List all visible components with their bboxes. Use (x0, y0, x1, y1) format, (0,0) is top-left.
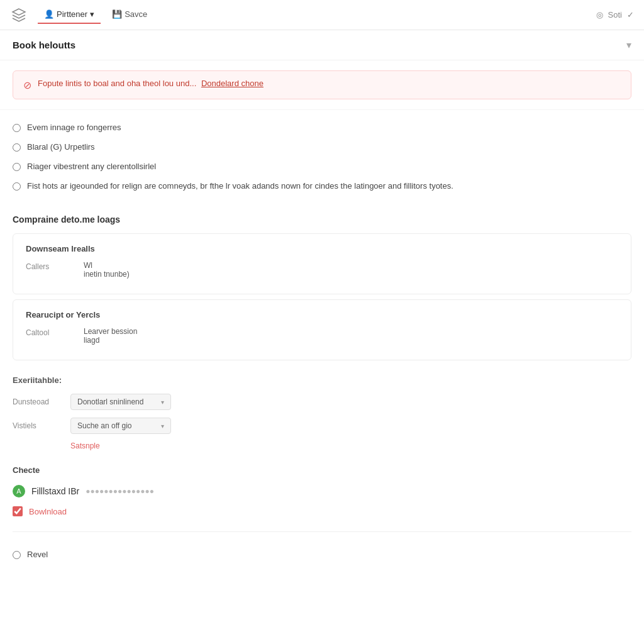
radio-label-2: Blaral (G) Urpetlirs (27, 142, 95, 152)
chevron-down-icon: ▾ (90, 9, 94, 19)
alert-icon: ⊘ (23, 79, 31, 91)
radio-item-2[interactable]: Blaral (G) Urpetlirs (13, 137, 631, 157)
select-value-2: Suche an off gio (77, 421, 132, 430)
revel-radio-label: Revel (27, 550, 48, 559)
field-label-2: Caltool (26, 327, 76, 337)
select-row-2: Vistiels Suche an off gio ▾ (0, 414, 644, 438)
radio-item-1[interactable]: Evem innage ro fongerres (13, 118, 631, 137)
field-row-2: Caltool Learver bessionliagd (26, 327, 618, 345)
select-value-1: Donotlarl sninlinend (77, 397, 143, 406)
topbar: 👤 Pirttener ▾ 💾 Savce ◎ Soti ✓ (0, 0, 644, 30)
printer-button[interactable]: 👤 Pirttener ▾ (38, 6, 101, 24)
filled-value: ●●●●●●●●●●●●●●● (86, 487, 154, 496)
status-icon: ◎ (596, 10, 603, 19)
inner-box-2: Rearucipt or Yercls Caltool Learver bess… (13, 299, 631, 360)
radio-input-4[interactable] (13, 182, 21, 191)
alert-text: Fopute lintis to boal and oha theol lou … (38, 79, 264, 88)
radio-input-2[interactable] (13, 143, 21, 152)
radio-group: Evem innage ro fongerres Blaral (G) Urpe… (0, 113, 644, 206)
revel-section: Revel (0, 537, 644, 572)
main-content: Book heloutts ▾ ⊘ Fopute lintis to boal … (0, 30, 644, 644)
check-icon: ✓ (627, 10, 634, 19)
checte-section: Checte A Filllstaxd IBr ●●●●●●●●●●●●●●● … (0, 458, 644, 526)
select-label-1: Dunsteoad (13, 397, 63, 406)
radio-input-1[interactable] (13, 124, 21, 132)
section-header[interactable]: Book heloutts ▾ (0, 30, 644, 60)
select-dropdown-1[interactable]: Donotlarl sninlinend ▾ (70, 394, 171, 410)
download-checkbox[interactable] (13, 506, 23, 516)
section-chevron-icon: ▾ (626, 39, 631, 51)
subsection-title: Compraine deto.me loags (0, 206, 644, 228)
radio-label-4: Fist hots ar igeounded for relign are co… (27, 181, 453, 191)
field-value-2: Learver bessionliagd (84, 327, 137, 345)
printer-icon: 👤 (44, 9, 54, 19)
filled-label: Filllstaxd IBr (31, 486, 79, 496)
inner-box-1: Downseam lrealls Callers Wlinetin tnunbe… (13, 233, 631, 294)
revel-radio-item[interactable]: Revel (13, 545, 631, 564)
checkbox-item[interactable]: Bowlnload (13, 501, 631, 521)
field-value-1: Wlinetin tnunbe) (84, 261, 130, 279)
select-arrow-2-icon: ▾ (161, 423, 164, 430)
inner-box-2-title: Rearucipt or Yercls (26, 310, 618, 319)
checte-title: Checte (13, 465, 631, 475)
radio-label-1: Evem innage ro fongerres (27, 123, 121, 132)
select-label-2: Vistiels (13, 421, 63, 430)
sample-link[interactable]: Satsnple (0, 438, 644, 458)
radio-item-3[interactable]: Riager vibestrent any clerentollsirlel (13, 157, 631, 176)
revel-radio-input[interactable] (13, 551, 21, 559)
save-icon: 💾 (112, 9, 122, 19)
logo-icon (10, 6, 28, 24)
select-dropdown-2[interactable]: Suche an off gio ▾ (70, 418, 171, 434)
topbar-right: ◎ Soti ✓ (596, 10, 634, 19)
filled-badge: A (13, 485, 25, 497)
section-title: Book heloutts (13, 40, 75, 50)
radio-input-3[interactable] (13, 163, 21, 171)
save-button[interactable]: 💾 Savce (106, 6, 153, 24)
inner-box-1-title: Downseam lrealls (26, 244, 618, 253)
executable-label: Exeriitahble: (0, 365, 644, 390)
download-checkbox-label: Bowlnload (29, 507, 67, 516)
field-label-1: Callers (26, 261, 76, 271)
select-arrow-1-icon: ▾ (161, 399, 164, 406)
field-row-1: Callers Wlinetin tnunbe) (26, 261, 618, 279)
radio-label-3: Riager vibestrent any clerentollsirlel (27, 162, 156, 171)
select-row-1: Dunsteoad Donotlarl sninlinend ▾ (0, 390, 644, 414)
alert-box: ⊘ Fopute lintis to boal and oha theol lo… (13, 70, 631, 99)
radio-item-4[interactable]: Fist hots ar igeounded for relign are co… (13, 176, 631, 196)
filled-item: A Filllstaxd IBr ●●●●●●●●●●●●●●● (13, 481, 631, 501)
alert-link[interactable]: Dondelard chone (201, 79, 264, 88)
